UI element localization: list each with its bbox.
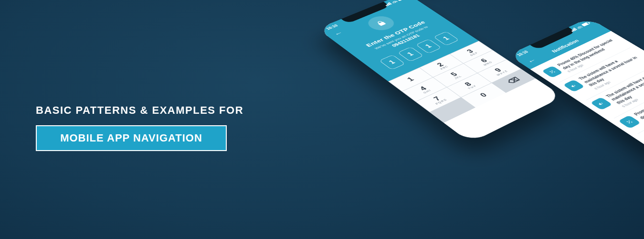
wifi-icon <box>391 0 398 3</box>
hero-banner: BASIC PATTERNS & EXAMPLES FOR MOBILE APP… <box>0 0 644 239</box>
status-bar: 10:10 <box>318 0 412 33</box>
status-time: 10:10 <box>516 50 529 57</box>
otp-digit-box[interactable]: 1 <box>379 54 405 70</box>
back-arrow-icon[interactable]: ← <box>332 30 345 37</box>
otp-digit-box[interactable]: 1 <box>398 47 424 62</box>
signal-icon <box>569 28 577 32</box>
signal-icon <box>384 2 392 6</box>
megaphone-icon <box>590 97 612 110</box>
battery-icon <box>397 0 406 1</box>
otp-digit-box[interactable]: 1 <box>415 39 442 54</box>
phone-otp: 10:10 ← Enter the OTP Code We've sent yo… <box>317 0 563 143</box>
screen: 10:10 ← Enter the OTP Code We've sent yo… <box>317 0 563 143</box>
status-time: 10:10 <box>325 24 338 31</box>
wifi-icon <box>575 25 583 29</box>
lock-icon <box>363 13 399 33</box>
phone-mockup-scene: 10:10 My QR 10:10 We've sent <box>0 0 644 239</box>
megaphone-icon <box>563 79 585 92</box>
otp-digit-box[interactable]: 1 <box>433 31 459 45</box>
battery-icon <box>581 22 590 26</box>
percent-icon <box>618 115 641 129</box>
percent-icon <box>542 66 563 78</box>
